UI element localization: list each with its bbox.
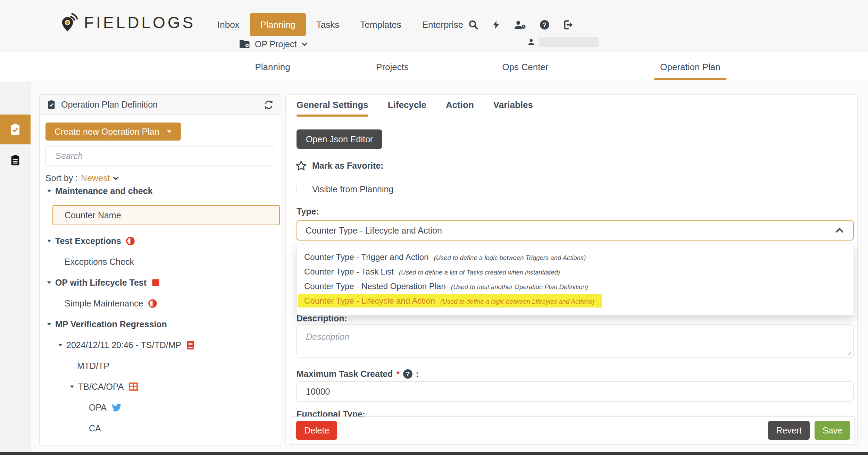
caret-down-icon[interactable] xyxy=(47,239,52,243)
folder-gear-icon xyxy=(239,39,251,49)
create-operation-plan-button[interactable]: Create new Operation Plan xyxy=(45,123,181,141)
tree-item-test-exceptions[interactable]: Test Exceptions xyxy=(40,234,281,247)
subnav-tab-projects[interactable]: Projects xyxy=(376,62,409,80)
clipboard-check-icon xyxy=(47,100,56,110)
nav-item-tasks[interactable]: Tasks xyxy=(306,13,350,36)
sign-out-icon[interactable] xyxy=(562,19,574,30)
search-input[interactable] xyxy=(45,146,275,166)
revert-button[interactable]: Revert xyxy=(768,421,810,440)
primary-nav: InboxPlanningTasksTemplatesEnterprise xyxy=(207,13,474,36)
tree-item-label: TB/CA/OPA xyxy=(78,382,124,392)
tree-item-label: Maintenance and check xyxy=(55,186,153,196)
tree-item-selected-counter-name[interactable]: Counter Name xyxy=(52,205,280,225)
tree-item-label: OP with Lifecycle Test xyxy=(55,278,147,288)
tree-item-mtd-tp[interactable]: MTD/TP xyxy=(40,359,281,372)
tree-item-op-with-lifecycle-test[interactable]: OP with Lifecycle Test xyxy=(40,276,281,289)
refresh-icon[interactable] xyxy=(264,100,274,110)
caret-down-icon[interactable] xyxy=(47,322,52,327)
tree-item-2024-12-11-20-46-ts-td-mp[interactable]: 2024/12/11 20:46 - TS/TD/MP xyxy=(40,338,281,352)
question-circle-icon[interactable]: ? xyxy=(403,369,412,379)
tree-item-label: Simple Maintenance xyxy=(65,298,143,309)
type-option-note: (Used to nest another Operation Plan Def… xyxy=(451,282,588,291)
nav-item-planning[interactable]: Planning xyxy=(250,13,306,36)
tree-item-label: Exceptions Check xyxy=(65,257,134,267)
chevron-up-icon xyxy=(834,225,845,236)
tab-general-settings[interactable]: General Settings xyxy=(297,100,368,117)
project-selector-label: OP Project xyxy=(255,39,297,49)
project-selector[interactable]: OP Project xyxy=(239,39,308,49)
bird-icon xyxy=(111,403,122,413)
required-asterisk: * xyxy=(396,369,399,379)
delete-button[interactable]: Delete xyxy=(296,421,337,440)
nav-item-enterprise[interactable]: Enterprise xyxy=(412,13,474,36)
sort-control: Sort by : Newest xyxy=(45,173,119,183)
tree-item-label: OPA xyxy=(89,403,107,413)
caret-down-icon[interactable] xyxy=(58,343,63,347)
nav-item-inbox[interactable]: Inbox xyxy=(207,13,250,36)
description-field-wrap xyxy=(297,325,854,358)
tree-item-simple-maintenance[interactable]: Simple Maintenance xyxy=(40,297,281,310)
create-operation-plan-label: Create new Operation Plan xyxy=(55,127,159,137)
open-json-editor-button[interactable]: Open Json Editor xyxy=(297,129,382,149)
user-account[interactable] xyxy=(527,37,599,47)
type-option-note: (Used to define a list of Tasks created … xyxy=(399,268,560,276)
mark-as-favorite-label: Mark as Favorite: xyxy=(312,161,384,171)
brand-logo[interactable]: FIELDLOGS xyxy=(59,12,195,33)
maximum-task-created-label: Maximum Task Created xyxy=(297,369,393,379)
panel-header: Operation Plan Definition xyxy=(40,95,281,115)
type-option-inner: Counter Type - Task List(Used to define … xyxy=(298,265,568,278)
search-icon[interactable] xyxy=(468,19,479,30)
tree-item-tb-ca-opa[interactable]: TB/CA/OPA xyxy=(40,380,281,393)
subnav-tab-ops-center[interactable]: Ops Center xyxy=(502,62,549,80)
caret-down-icon[interactable] xyxy=(69,385,75,389)
type-select[interactable]: Counter Type - Lifecycle and Action xyxy=(297,220,854,241)
tree-item-opa[interactable]: OPA xyxy=(40,401,281,414)
operation-plan-definition-panel: Operation Plan Definition Create new Ope… xyxy=(39,94,281,445)
user-name-redacted xyxy=(539,37,599,47)
save-button[interactable]: Save xyxy=(815,421,850,440)
bolt-icon[interactable] xyxy=(491,19,501,30)
type-option-counter-type-trigger-and-action[interactable]: Counter Type - Trigger and Action(Used t… xyxy=(297,250,853,264)
fieldlogs-pin-icon xyxy=(59,12,78,33)
caret-down-icon[interactable] xyxy=(47,280,52,285)
nav-item-templates[interactable]: Templates xyxy=(350,13,412,36)
help-icon[interactable]: ? xyxy=(539,19,550,30)
maximum-task-created-colon: : xyxy=(416,369,419,379)
type-dropdown-list: Counter Type - Trigger and Action(Used t… xyxy=(297,244,854,315)
tree-item-maintenance-and-check[interactable]: Maintenance and check xyxy=(40,184,281,197)
grid-icon xyxy=(128,382,138,391)
chevron-down-icon xyxy=(112,175,119,182)
tree-item-mp-verification-regression[interactable]: MP Verification Regression xyxy=(40,318,281,331)
star-icon[interactable] xyxy=(295,160,307,171)
bottom-bar xyxy=(0,452,868,455)
user-icon xyxy=(527,38,535,46)
user-gear-icon[interactable] xyxy=(514,19,527,30)
tab-action[interactable]: Action xyxy=(446,100,474,117)
sort-value-dropdown[interactable]: Newest xyxy=(81,173,119,183)
caret-down-icon xyxy=(166,129,172,134)
tree-item-ca[interactable]: CA xyxy=(40,422,281,435)
caret-down-icon[interactable] xyxy=(47,189,52,193)
half-circle-icon xyxy=(148,299,157,308)
type-option-counter-type-task-list[interactable]: Counter Type - Task List(Used to define … xyxy=(297,264,853,279)
tab-lifecycle[interactable]: Lifecycle xyxy=(388,100,426,117)
type-option-label: Counter Type - Task List xyxy=(304,267,394,277)
visible-from-planning-checkbox[interactable] xyxy=(297,185,306,194)
subnav-tab-operation-plan[interactable]: Operation Plan xyxy=(660,62,720,80)
svg-text:?: ? xyxy=(543,21,546,28)
sort-value: Newest xyxy=(81,173,110,183)
type-label: Type: xyxy=(297,207,319,217)
rail-item-clipboard-list-icon[interactable] xyxy=(0,148,31,173)
type-option-counter-type-nested-operation-plan[interactable]: Counter Type - Nested Operation Plan(Use… xyxy=(297,279,853,294)
type-option-counter-type-lifecycle-and-action[interactable]: Counter Type - Lifecycle and Action(Used… xyxy=(297,294,853,308)
rail-item-clipboard-check-icon[interactable] xyxy=(0,115,31,144)
tab-variables[interactable]: Variables xyxy=(493,100,533,117)
type-option-inner: Counter Type - Nested Operation Plan(Use… xyxy=(298,280,596,293)
tree-item-label: CA xyxy=(89,423,101,433)
description-textarea[interactable] xyxy=(297,325,854,358)
type-option-note: (Used to define a logic between Lifecyle… xyxy=(440,297,594,305)
subnav-tab-planning[interactable]: Planning xyxy=(255,62,290,80)
maximum-task-created-input[interactable] xyxy=(297,381,854,402)
header-icon-group: ? xyxy=(468,13,574,36)
tree-item-exceptions-check[interactable]: Exceptions Check xyxy=(40,255,281,268)
